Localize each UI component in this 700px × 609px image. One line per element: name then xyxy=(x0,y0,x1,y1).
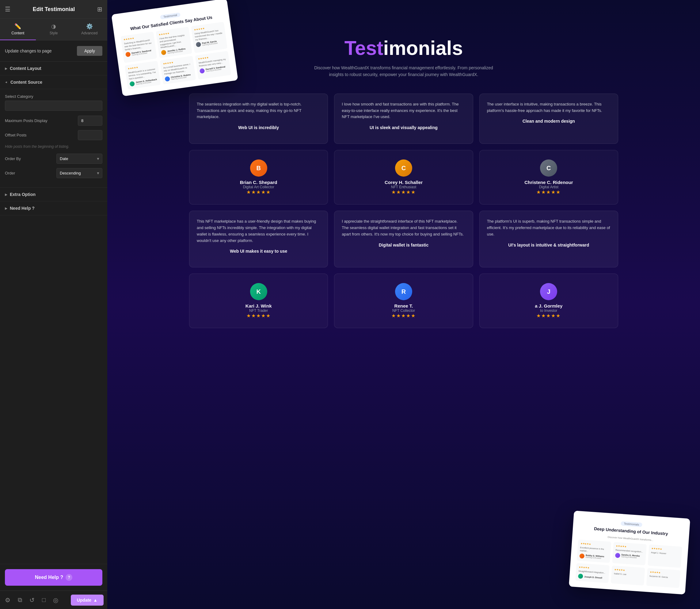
tab-advanced[interactable]: ⚙️ Advanced xyxy=(71,19,107,40)
preview-card-bottom: Testimonials Deep Understanding of Our I… xyxy=(569,510,690,595)
author-stars-3: ★★★★★ xyxy=(536,189,561,195)
preview-bottom-badge: Testimonials xyxy=(621,521,642,527)
testimonial-card-1: The seamless integration with my digital… xyxy=(189,93,328,144)
apply-button[interactable]: Apply xyxy=(77,46,102,56)
select-category-label: Select Category xyxy=(5,94,102,99)
author-name-6: a J. Gormley xyxy=(535,303,562,309)
testimonial-text-5: I appreciate the straightforward interfa… xyxy=(342,218,465,237)
author-name-4: Kari J. Wink xyxy=(246,303,272,309)
author-name-5: Renee T. xyxy=(394,303,413,309)
section-title-area: Testimonials Discover how WealthGuardX t… xyxy=(312,37,496,78)
need-help-btn-label: Need Help ? xyxy=(35,575,63,580)
testimonial-card-2: I love how smooth and fast transactions … xyxy=(334,93,473,144)
preview-bottom-cell-2: ★★★★★ Recommended recognition... Sandra … xyxy=(612,542,647,565)
testimonial-author-card-5: R Renee T. NFT Collector ★★★★★ xyxy=(334,274,473,328)
left-panel: ☰ Edit Testimonial ⊞ ✏️ Content ◑ Style … xyxy=(0,0,107,609)
author-stars-2: ★★★★★ xyxy=(391,189,416,195)
content-source-body: Select Category Maximum Posts Display Of… xyxy=(0,89,107,188)
preview-bottom-cell-1: ★★★★★ Excellent presence in the market..… xyxy=(577,539,611,563)
testimonial-text-4: This NFT marketplace has a user-friendly… xyxy=(197,218,320,244)
style-tab-icon: ◑ xyxy=(51,23,56,30)
testimonial-text-1: The seamless integration with my digital… xyxy=(197,101,320,120)
update-label: Update xyxy=(77,598,91,603)
order-by-row: Order By Date Title ID Random ▼ xyxy=(5,154,102,164)
advanced-tab-label: Advanced xyxy=(81,31,97,35)
mobile-icon[interactable]: □ xyxy=(41,595,47,605)
section-header-content-layout[interactable]: ▶ Content Layout xyxy=(0,62,107,75)
preview-bottom-cell-6: ★★★★★ Suzanne W. Garcia xyxy=(646,568,681,588)
testimonial-author-card-4: K Kari J. Wink NFT Trader ★★★★★ xyxy=(189,274,328,328)
hamburger-icon[interactable]: ☰ xyxy=(5,5,11,13)
testimonial-card-4: This NFT marketplace has a user-friendly… xyxy=(189,211,328,267)
order-by-select-wrapper: Date Title ID Random ▼ xyxy=(56,154,102,164)
offset-helper-text: Hide posts from the beginning of listing… xyxy=(5,144,102,149)
preview-cell-3: ★★★★★ Using WealthGuardX has transformed… xyxy=(191,22,228,53)
testimonials-grid: The seamless integration with my digital… xyxy=(189,93,618,328)
order-by-select[interactable]: Date Title ID Random xyxy=(56,154,102,164)
section-header-extra-option[interactable]: ▶ Extra Option xyxy=(0,188,107,202)
panel-body: Update changes to page Apply ▶ Content L… xyxy=(0,40,107,564)
author-avatar-2: C xyxy=(395,159,412,177)
eye-icon[interactable]: ◎ xyxy=(52,595,59,605)
bottom-toolbar: ⚙ ⧉ ↺ □ ◎ Update ▲ xyxy=(0,591,107,609)
order-select-wrapper: Descending Ascending ▼ xyxy=(56,168,102,178)
author-stars-5: ★★★★★ xyxy=(391,313,416,319)
apply-row: Update changes to page Apply xyxy=(0,40,107,62)
extra-option-arrow: ▶ xyxy=(5,193,7,196)
advanced-tab-icon: ⚙️ xyxy=(86,23,93,30)
testimonial-text-2: I love how smooth and fast transactions … xyxy=(342,101,465,120)
select-category-field: Select Category xyxy=(5,94,102,111)
preview-bottom-cell-5: ★★★★★ Isabel S. Lee xyxy=(611,565,645,586)
settings-icon[interactable]: ⚙ xyxy=(4,595,12,605)
author-role-5: NFT Collector xyxy=(392,309,415,313)
author-name-2: Corey H. Schaller xyxy=(384,180,423,185)
order-select[interactable]: Descending Ascending xyxy=(56,168,102,178)
author-role-2: NFT Enthusiast xyxy=(391,185,416,189)
testimonial-highlight-3: Clean and modern design xyxy=(487,119,611,124)
testimonial-author-card-6: J a J. Gormley to Investor ★★★★★ xyxy=(479,274,618,328)
tab-content[interactable]: ✏️ Content xyxy=(0,19,36,40)
preview-bottom-grid: ★★★★★ Excellent presence in the market..… xyxy=(575,539,682,588)
section-header-content-source[interactable]: ▼ Content Source xyxy=(0,75,107,89)
tab-style[interactable]: ◑ Style xyxy=(36,19,72,40)
testimonial-text-6: The platform's UI is superb, making NFT … xyxy=(487,218,611,237)
max-posts-row: Maximum Posts Display xyxy=(5,116,102,126)
select-category-input[interactable] xyxy=(5,101,102,111)
author-avatar-1: B xyxy=(250,159,267,177)
preview-bottom-cell-4: ★★★★★ Straightforward integration... Jos… xyxy=(575,563,610,583)
testimonial-card-6: The platform's UI is superb, making NFT … xyxy=(479,211,618,267)
author-role-1: Digital Art Collector xyxy=(243,185,274,189)
content-source-label: Content Source xyxy=(11,80,42,85)
author-avatar-5: R xyxy=(395,283,412,300)
testimonial-author-card-1: B Brian C. Shepard Digital Art Collector… xyxy=(189,150,328,205)
content-tab-icon: ✏️ xyxy=(14,23,21,30)
preview-top-grid: ★★★★★ Switching to WealthGuardX was the … xyxy=(121,22,231,89)
preview-cell-5: ★★★★★ As a small business owner, I rely … xyxy=(160,56,196,84)
testimonial-highlight-5: Digital wallet is fantastic xyxy=(342,243,465,247)
author-avatar-4: K xyxy=(250,283,267,300)
preview-cell-1: ★★★★★ Switching to WealthGuardX was the … xyxy=(121,32,157,63)
content-tab-label: Content xyxy=(11,31,24,35)
content-source-arrow: ▼ xyxy=(5,81,8,84)
layers-icon[interactable]: ⧉ xyxy=(17,595,23,605)
order-row: Order Descending Ascending ▼ xyxy=(5,168,102,178)
order-by-label: Order By xyxy=(5,156,21,161)
testimonial-highlight-2: UI is sleek and visually appealing xyxy=(342,125,465,130)
preview-cell-2: ★★★★★ I love the real-time insights and … xyxy=(156,27,192,58)
grid-icon[interactable]: ⊞ xyxy=(97,5,102,13)
need-help-button[interactable]: Need Help ? ? xyxy=(5,569,102,586)
section-header-need-help[interactable]: ▶ Need Help ? xyxy=(0,202,107,215)
preview-cell-6: ★★★★★ WealthGuardX managing my finances … xyxy=(195,51,231,80)
history-icon[interactable]: ↺ xyxy=(28,595,36,605)
max-posts-input[interactable] xyxy=(78,116,102,126)
preview-top-badge: Testimonial xyxy=(160,13,180,20)
testimonial-author-card-2: C Corey H. Schaller NFT Enthusiast ★★★★★ xyxy=(334,150,473,205)
author-role-4: NFT Trader xyxy=(249,309,268,313)
author-role-6: to Investor xyxy=(540,309,557,313)
update-chevron-icon: ▲ xyxy=(93,598,97,603)
section-main-title: Testimonials xyxy=(312,37,496,59)
offset-posts-input[interactable] xyxy=(78,130,102,140)
offset-posts-row: Offset Posts xyxy=(5,130,102,140)
update-button[interactable]: Update ▲ xyxy=(71,595,104,606)
need-help-btn-icon: ? xyxy=(66,574,72,581)
